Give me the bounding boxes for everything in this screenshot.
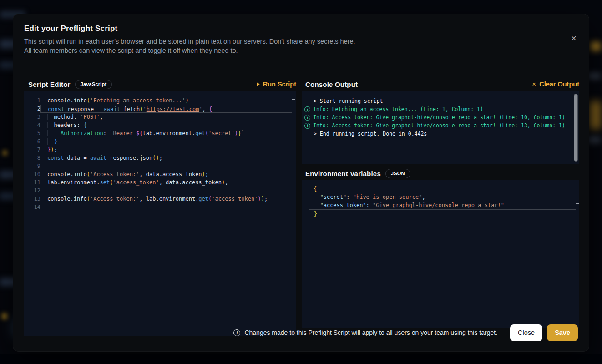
info-icon: i xyxy=(233,329,240,336)
code-token: response xyxy=(64,106,97,112)
code-token: 'secret' xyxy=(208,130,235,136)
code-token: ( xyxy=(140,106,143,112)
code-token: headers: xyxy=(54,122,83,128)
code-token: , xyxy=(202,106,209,112)
code-token: = xyxy=(83,155,90,161)
clear-output-button[interactable]: ✕ Clear Output xyxy=(532,81,579,88)
backdrop-shape xyxy=(3,150,7,156)
code-token: Authorization xyxy=(61,130,103,136)
save-button[interactable]: Save xyxy=(547,324,578,341)
backdrop-shape xyxy=(0,354,602,364)
editor-line: 12 xyxy=(24,187,296,195)
scroll-decoration xyxy=(576,203,579,204)
code-token: ) xyxy=(156,155,159,161)
footer-note: i Changes made to this Preflight Script … xyxy=(233,329,497,336)
backdrop-shape xyxy=(588,136,601,143)
dialog-footer: i Changes made to this Preflight Script … xyxy=(24,324,578,341)
code-token: ) xyxy=(202,171,205,177)
code-token: `Bearer xyxy=(110,130,136,136)
close-button[interactable]: Close xyxy=(510,324,542,341)
clear-icon: ✕ xyxy=(532,81,536,87)
code-token: await xyxy=(90,155,106,161)
code-token xyxy=(47,138,54,145)
code-token: method: xyxy=(54,114,80,120)
line-number: 6 xyxy=(24,137,40,146)
code-token: : xyxy=(103,130,110,136)
code-token: ' xyxy=(143,106,147,112)
code-token xyxy=(314,202,320,208)
code-token: await xyxy=(104,106,120,112)
code-token: ; xyxy=(264,196,268,202)
code-token: get xyxy=(198,196,208,202)
code-token: ` xyxy=(241,130,244,136)
code-token: { xyxy=(209,106,212,112)
backdrop-shape xyxy=(2,313,7,319)
run-script-button[interactable]: Run Script xyxy=(257,81,296,88)
code-token: lab.environment. xyxy=(143,130,196,136)
editor-line: 4 headers: { xyxy=(24,121,296,129)
line-number: 2 xyxy=(24,105,40,113)
code-token xyxy=(314,194,320,200)
env-line: } xyxy=(309,209,576,217)
code-token: , xyxy=(100,114,103,120)
backdrop-shape xyxy=(590,101,601,129)
console-info-text: Info: Access token: Give graphql-hive/co… xyxy=(313,121,566,130)
console-output-heading: Console Output xyxy=(305,81,358,88)
code-token: https://test.com xyxy=(147,106,199,112)
code-token: ( xyxy=(205,130,208,136)
code-token: ( xyxy=(87,171,90,177)
dialog-header: Edit your Preflight Script This script w… xyxy=(13,14,589,55)
code-token: ; xyxy=(205,171,208,177)
editor-line: 13console.info('Access token:', lab.envi… xyxy=(24,195,296,203)
code-token: data xyxy=(64,155,83,161)
line-number: 7 xyxy=(24,146,40,154)
code-token: { xyxy=(314,186,317,192)
console-info-line: iInfo: Access token: Give graphql-hive/c… xyxy=(302,121,579,130)
code-token: ) xyxy=(235,130,238,136)
code-token: get xyxy=(195,130,205,136)
environment-variables-heading: Environment Variables xyxy=(305,170,381,177)
code-token: 'Access token:' xyxy=(90,171,139,177)
code-token: , data.access_token xyxy=(139,171,202,177)
console-separator xyxy=(314,140,567,140)
console-info-line: iInfo: Fetching an access token... (Line… xyxy=(302,105,579,113)
editor-line: 7}); xyxy=(24,146,296,154)
script-editor[interactable]: 1console.info('Fetching an access token.… xyxy=(24,91,296,336)
json-badge: JSON xyxy=(385,169,410,178)
code-token: } xyxy=(314,211,317,217)
close-icon[interactable]: ✕ xyxy=(568,32,580,44)
editor-line: 3 method: 'POST', xyxy=(24,113,296,121)
console-log-line: > End running script. Done in 0.442s xyxy=(302,130,579,138)
language-badge: JavaScript xyxy=(75,80,112,89)
code-token: ( xyxy=(87,196,90,202)
code-token: response.json xyxy=(106,155,152,161)
editor-line: 1console.info('Fetching an access token.… xyxy=(24,96,296,105)
code-token: 'access_token' xyxy=(212,196,258,202)
editor-line: 9 xyxy=(24,162,296,170)
line-number: 5 xyxy=(24,129,40,137)
code-token: ; xyxy=(225,179,228,186)
page-title: Edit your Preflight Script xyxy=(24,24,578,33)
code-token: ; xyxy=(159,155,162,161)
code-token: ${ xyxy=(136,130,142,136)
code-token: ( xyxy=(110,179,113,186)
console-scrollbar[interactable] xyxy=(574,94,578,162)
code-token xyxy=(54,130,60,136)
environment-variables-editor[interactable]: { "secret": "hive-is-open-source", "acce… xyxy=(302,180,579,328)
code-token: lab.environment. xyxy=(47,179,100,186)
console-info-text: Info: Fetching an access token... (Line:… xyxy=(313,105,566,113)
editor-line: 11lab.environment.set('access_token', da… xyxy=(24,178,296,187)
console-info-line: iInfo: Access token: Give graphql-hive/c… xyxy=(302,113,579,121)
line-number: 8 xyxy=(24,154,40,162)
code-token: "access_token" xyxy=(320,202,366,208)
code-token: "Give graphql-hive/console repo a star!" xyxy=(373,202,504,208)
code-token: , data.access_token xyxy=(159,179,222,186)
code-token: const xyxy=(48,106,64,112)
code-token: 'Access token:' xyxy=(90,196,139,202)
editor-line: 2const response = await fetch('https://t… xyxy=(24,105,296,113)
dialog-description-line1: This script will run in each user's brow… xyxy=(24,37,578,46)
console-log-line: > Start running script xyxy=(302,97,579,105)
editor-line: 10console.info('Access token:', data.acc… xyxy=(24,170,296,178)
code-token: "hive-is-open-source" xyxy=(353,194,422,200)
code-token: const xyxy=(47,155,64,161)
